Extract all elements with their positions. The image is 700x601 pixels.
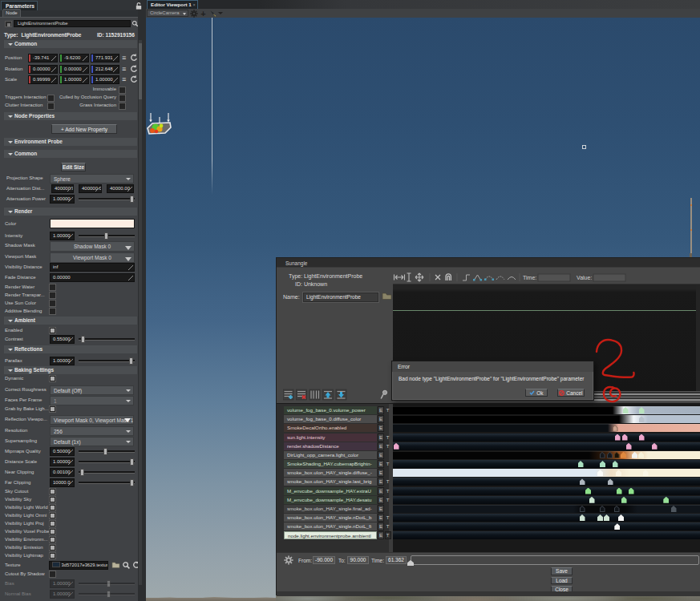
svg-text:Value:: Value: [577, 275, 592, 280]
svg-text:Time:: Time: [523, 275, 536, 280]
